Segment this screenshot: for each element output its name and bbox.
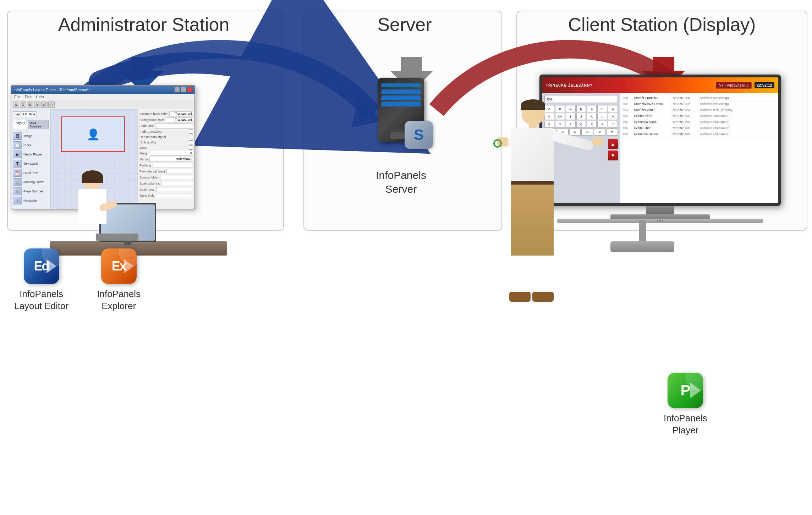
list-item-2: 252 Kratochvílová Lenka 723 597 252 oddě… <box>622 101 776 107</box>
prop-bg-color: Background color Transparent <box>139 117 193 122</box>
prop-val-margin[interactable]: 0 <box>151 151 193 156</box>
tb-paste[interactable]: P <box>48 102 55 108</box>
key-e[interactable]: E <box>587 105 597 112</box>
key-m[interactable]: M <box>608 113 618 120</box>
explorer-label: InfoPanelsExplorer <box>97 288 141 312</box>
widget-icon-image: 🖼 <box>13 132 22 140</box>
close-btn[interactable] <box>187 87 192 92</box>
prop-check-signal[interactable] <box>189 135 193 139</box>
woman-at-computer <box>50 156 227 256</box>
selected-element[interactable]: 👤 <box>61 116 125 152</box>
tb-copy[interactable]: C <box>41 102 48 108</box>
key-r[interactable]: R <box>587 121 597 128</box>
widget-panel: Layout Outline Players Data Sources 🖼 Im… <box>11 109 50 209</box>
prop-margin: Margin 0 <box>139 151 193 156</box>
key-x[interactable]: X <box>581 128 593 136</box>
man-figure <box>497 99 568 302</box>
server-tower: S <box>378 78 424 142</box>
widget-label-text: Text Label <box>23 162 38 165</box>
list-item-3: 253 Kratůšek Adolf 723 597 253 oddělení … <box>622 107 776 113</box>
key-g[interactable]: G <box>608 105 618 112</box>
key-d[interactable]: D <box>576 105 586 112</box>
tb-save[interactable]: S <box>27 102 33 108</box>
prop-loop: Loop <box>139 146 193 150</box>
prop-check-hq[interactable] <box>189 140 193 144</box>
list-item-4: 255 Kvaitar Karel 723 597 255 oddělení v… <box>622 113 776 119</box>
prop-label-hq: High quality <box>139 141 156 144</box>
scroll-up-btn[interactable]: ▲ <box>608 139 618 149</box>
menu-file[interactable]: File <box>14 95 21 99</box>
player-icon[interactable]: P <box>668 373 703 408</box>
widget-icon-text: T <box>13 160 22 168</box>
list-item-1: 250 Kramář František 723 597 250 oddělen… <box>622 95 776 101</box>
tb-new[interactable]: N <box>13 102 19 108</box>
tb-open[interactable]: O <box>20 102 26 108</box>
prop-hq: High quality <box>139 140 193 144</box>
widget-page-number[interactable]: # Page Number <box>13 187 49 195</box>
menu-help[interactable]: Help <box>36 95 44 99</box>
key-f[interactable]: F <box>597 105 607 112</box>
prop-label-margin: Margin <box>139 152 149 155</box>
widget-label-pagenum: Page Number <box>23 190 43 193</box>
key-k[interactable]: K <box>587 113 597 120</box>
widget-icon-datetime: 📅 <box>13 169 22 177</box>
prop-val-fade[interactable] <box>155 124 193 128</box>
widget-label-datetime: Date/Time <box>23 171 38 175</box>
key-z[interactable]: Z <box>606 128 618 136</box>
scroll-down-btn[interactable]: ▼ <box>608 150 618 160</box>
window-title: InfoPanels Layout Editor - TelefonniSezn… <box>13 88 173 92</box>
prop-label-loop: Loop <box>139 146 147 149</box>
key-j[interactable]: J <box>576 113 586 120</box>
server-section-label: Server <box>302 14 508 35</box>
key-y[interactable]: Y <box>594 128 605 136</box>
infopanels-server-badge: S <box>405 121 433 149</box>
prop-label-bg: Background color <box>139 118 164 122</box>
server-software-label: InfoPanelsServer <box>334 168 468 196</box>
display-floor-stand <box>610 220 674 252</box>
window-menu: File Edit Help <box>11 94 194 100</box>
key-q[interactable]: Q <box>576 121 586 128</box>
list-item-7: 255 Kvitáková Denisa 723 597 255 oddělen… <box>622 131 776 137</box>
admin-app-icons: Ed InfoPanelsLayout Editor Ex InfoPanels… <box>14 248 141 312</box>
widget-meeting[interactable]: 🏢 Meeting Room <box>13 178 49 186</box>
tab-data-sources[interactable]: Data Sources <box>28 120 49 129</box>
prop-label-fade: Fade time <box>139 124 154 128</box>
maximize-btn[interactable] <box>181 87 186 92</box>
panel-subtabs: Players Data Sources <box>13 120 49 129</box>
player-label: InfoPanelsPlayer <box>664 412 707 437</box>
client-section-label: Client Station (Display) <box>525 14 799 35</box>
key-w[interactable]: W <box>569 128 581 136</box>
key-t[interactable]: T <box>608 121 618 128</box>
explorer-icon[interactable]: Ex <box>101 248 137 284</box>
minimize-btn[interactable] <box>175 87 180 92</box>
widget-image[interactable]: 🖼 Image <box>13 132 49 140</box>
menu-edit[interactable]: Edit <box>25 95 32 99</box>
player-icon-group: P InfoPanelsPlayer <box>664 373 707 437</box>
tab-players[interactable]: Players <box>13 120 27 129</box>
widget-icon-nav: ↕ <box>13 197 22 204</box>
widget-label-media: Media Player <box>23 153 42 156</box>
widget-media-player[interactable]: ▶ Media Player <box>13 150 49 158</box>
widget-label-image: Image <box>23 134 32 138</box>
widget-text-label[interactable]: T Text Label <box>13 160 49 168</box>
widget-icon-media: ▶ <box>13 150 22 158</box>
widget-navigation[interactable]: ↕ Navigation <box>13 197 49 204</box>
layout-editor-icon[interactable]: Ed <box>24 248 59 284</box>
key-s[interactable]: S <box>597 121 607 128</box>
tb-cut[interactable]: X <box>34 102 40 108</box>
widget-clock[interactable]: 🕐 Clock <box>13 141 49 149</box>
prop-fade-time: Fade time <box>139 124 193 128</box>
tab-layout[interactable]: Layout Outline <box>13 111 37 117</box>
widget-icon-clock: 🕐 <box>13 141 22 149</box>
prop-check-fading[interactable] <box>189 130 193 134</box>
server-section-content: S InfoPanelsServer <box>334 78 468 196</box>
key-l[interactable]: L <box>597 113 607 120</box>
display-title-badge: VT - Válcovna trub <box>716 82 752 89</box>
widget-datetime[interactable]: 📅 Date/Time <box>13 169 49 177</box>
prop-check-loop[interactable] <box>189 146 193 150</box>
prop-val-alt-back: Transparent <box>169 111 193 116</box>
widget-label-meeting: Meeting Room <box>23 180 44 184</box>
prop-label-fading: Fading enabled <box>139 130 161 133</box>
layout-editor-label: InfoPanelsLayout Editor <box>14 288 68 312</box>
list-item-6: 256 Kvaita Libor 723 597 255 oddělení vá… <box>622 125 776 131</box>
